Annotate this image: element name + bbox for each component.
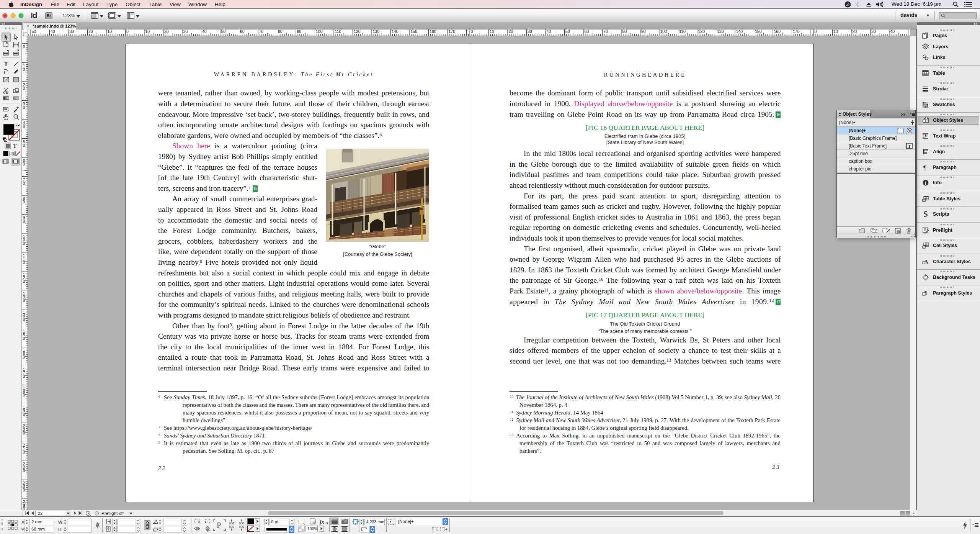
svg-text:160: 160: [774, 29, 781, 34]
svg-text:150: 150: [411, 29, 418, 34]
svg-text:0: 0: [471, 29, 473, 34]
svg-text:0: 0: [23, 124, 25, 128]
svg-text:110: 110: [679, 29, 686, 34]
svg-text:30: 30: [183, 29, 188, 34]
svg-text:0: 0: [23, 503, 25, 508]
svg-text:50: 50: [32, 29, 36, 34]
svg-text:P: P: [217, 521, 221, 529]
svg-text:80: 80: [622, 29, 627, 34]
svg-text:0: 0: [23, 143, 25, 147]
svg-text:¶: ¶: [923, 164, 926, 171]
svg-text:0: 0: [23, 374, 25, 378]
svg-text:90: 90: [297, 29, 302, 34]
svg-text:40: 40: [202, 29, 207, 34]
svg-text:0: 0: [23, 468, 25, 473]
svg-text:160: 160: [430, 29, 436, 34]
svg-text:90: 90: [641, 29, 646, 34]
svg-text:0: 0: [23, 86, 25, 90]
svg-text:50: 50: [565, 29, 570, 34]
svg-text:0: 0: [23, 219, 25, 223]
svg-text:0: 0: [23, 317, 25, 321]
svg-text:140: 140: [392, 29, 399, 34]
svg-text:140: 140: [736, 29, 743, 34]
svg-text:0: 0: [23, 355, 25, 359]
svg-text:170: 170: [793, 29, 800, 34]
svg-text:120: 120: [698, 29, 705, 34]
svg-text:130: 130: [373, 29, 380, 34]
svg-text:30: 30: [70, 29, 74, 34]
svg-text:130: 130: [717, 29, 724, 34]
svg-text:20: 20: [164, 29, 169, 34]
svg-text:70: 70: [603, 29, 608, 34]
svg-text:0: 0: [23, 105, 25, 110]
svg-text:100: 100: [316, 29, 323, 34]
svg-text:0: 0: [23, 298, 25, 303]
svg-text:T: T: [908, 144, 911, 149]
svg-text:100: 100: [660, 29, 667, 34]
svg-text:110: 110: [335, 29, 341, 34]
svg-text:20: 20: [853, 29, 857, 34]
svg-text:0: 0: [23, 450, 25, 454]
svg-text:0: 0: [23, 336, 25, 341]
svg-text:80: 80: [278, 29, 283, 34]
svg-text:0: 0: [815, 29, 817, 34]
svg-text:T: T: [4, 61, 8, 67]
svg-text:0: 0: [23, 412, 25, 416]
svg-text:60: 60: [240, 29, 245, 34]
svg-text:20: 20: [509, 29, 513, 34]
svg-text:T: T: [13, 143, 17, 149]
svg-text:40: 40: [51, 29, 55, 34]
svg-text:0: 0: [23, 431, 25, 435]
svg-text:70: 70: [259, 29, 264, 34]
svg-text:10: 10: [145, 29, 150, 34]
svg-text:0: 0: [23, 279, 25, 283]
svg-text:0: 0: [23, 44, 25, 49]
svg-text:0: 0: [23, 241, 25, 246]
svg-text:120: 120: [354, 29, 361, 34]
svg-text:170: 170: [449, 29, 456, 34]
svg-text:40: 40: [890, 29, 895, 34]
svg-text:10: 10: [833, 29, 838, 34]
svg-text:10: 10: [108, 29, 112, 34]
svg-text:0: 0: [23, 200, 25, 204]
svg-text:150: 150: [755, 29, 762, 34]
svg-text:0: 0: [23, 393, 25, 397]
svg-text:10: 10: [490, 29, 494, 34]
svg-text:50: 50: [221, 29, 226, 34]
svg-text:0: 0: [23, 67, 25, 72]
svg-text:0: 0: [126, 29, 129, 34]
svg-text:0: 0: [23, 488, 25, 492]
svg-text:30: 30: [871, 29, 876, 34]
svg-text:0: 0: [23, 162, 25, 166]
svg-text:0: 0: [23, 181, 25, 185]
svg-text:20: 20: [88, 29, 93, 34]
svg-text:0: 0: [23, 260, 25, 265]
svg-text:30: 30: [528, 29, 532, 34]
svg-text:60: 60: [585, 29, 589, 34]
svg-text:40: 40: [547, 29, 551, 34]
